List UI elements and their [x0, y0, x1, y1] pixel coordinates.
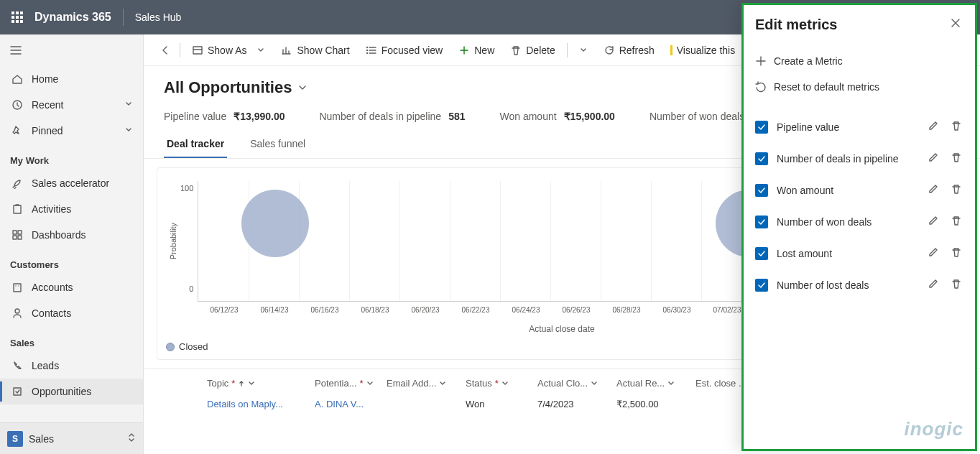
- edit-button[interactable]: [926, 182, 940, 199]
- delete-button[interactable]: [949, 277, 963, 294]
- show-as-button[interactable]: Show As: [185, 39, 272, 62]
- checkbox[interactable]: [755, 184, 768, 197]
- svg-rect-17: [193, 47, 202, 54]
- checkbox[interactable]: [755, 121, 768, 134]
- metric-item-deals-pipeline: Number of deals in pipeline: [755, 143, 963, 175]
- x-tick: 06/30/23: [652, 306, 702, 314]
- sidebar: Home Recent Pinned My Work Sales acceler…: [0, 34, 144, 454]
- nav-sales-accelerator[interactable]: Sales accelerator: [0, 170, 143, 196]
- nav-leads[interactable]: Leads: [0, 353, 143, 379]
- trash-icon: [951, 183, 962, 195]
- metric-value: ₹15,900.00: [564, 111, 615, 122]
- back-button[interactable]: [152, 39, 175, 62]
- col-email[interactable]: Email Add...: [387, 378, 466, 389]
- delete-button[interactable]: [949, 150, 963, 167]
- tab-sales-funnel[interactable]: Sales funnel: [247, 131, 308, 158]
- nav-dashboards[interactable]: Dashboards: [0, 222, 143, 248]
- view-icon: [192, 45, 203, 56]
- delete-dropdown[interactable]: [572, 39, 595, 62]
- cmd-label: Visualize this: [677, 45, 735, 56]
- checkbox[interactable]: [755, 247, 768, 260]
- nav-contacts[interactable]: Contacts: [0, 300, 143, 326]
- check-icon: [757, 281, 766, 289]
- chart-bubble[interactable]: [241, 190, 309, 257]
- edit-button[interactable]: [926, 119, 940, 136]
- sidebar-toggle[interactable]: [0, 34, 143, 66]
- svg-rect-11: [18, 236, 22, 239]
- nav-home[interactable]: Home: [0, 66, 143, 92]
- trash-icon: [951, 120, 962, 131]
- delete-button[interactable]: [949, 119, 963, 136]
- chevron-down-icon: [124, 100, 133, 108]
- delete-button[interactable]: [949, 182, 963, 199]
- legend-dot: [166, 343, 175, 351]
- refresh-icon: [604, 45, 615, 56]
- tab-deal-tracker[interactable]: Deal tracker: [164, 131, 227, 158]
- reset-metrics-button[interactable]: Reset to default metrics: [755, 74, 963, 100]
- check-icon: [757, 249, 766, 258]
- edit-button[interactable]: [926, 213, 940, 231]
- edit-button[interactable]: [926, 150, 940, 167]
- delete-button[interactable]: [949, 245, 963, 262]
- pencil-icon: [928, 278, 939, 289]
- metric-name: Won amount: [777, 185, 917, 196]
- trash-icon: [951, 215, 962, 226]
- col-status[interactable]: Status*: [466, 378, 537, 389]
- y-tick: 100: [180, 184, 193, 193]
- app-launcher[interactable]: [6, 6, 29, 29]
- chevron-down-icon: [366, 380, 374, 387]
- checkbox[interactable]: [755, 279, 768, 292]
- pencil-icon: [928, 215, 939, 226]
- checkbox[interactable]: [755, 216, 768, 228]
- focused-view-button[interactable]: Focused view: [359, 39, 450, 62]
- col-actual-rev[interactable]: Actual Re...: [616, 378, 695, 389]
- edit-button[interactable]: [926, 245, 940, 262]
- trash-icon: [951, 246, 962, 258]
- plus-icon: [755, 55, 767, 67]
- chevron-down-icon: [124, 126, 133, 134]
- col-actual-close[interactable]: Actual Clo...: [537, 378, 616, 389]
- view-title-button[interactable]: All Opportunities: [164, 78, 308, 97]
- metric-item-won-amount: Won amount: [755, 175, 963, 206]
- edit-metrics-panel: Edit metrics Create a Metric Reset to de…: [741, 3, 977, 451]
- nav-label: Pinned: [32, 125, 63, 136]
- pin-icon: [11, 125, 23, 136]
- show-chart-button[interactable]: Show Chart: [274, 39, 356, 62]
- chevron-down-icon: [667, 380, 675, 387]
- cmd-label: Show As: [208, 45, 246, 56]
- dashboard-icon: [11, 229, 23, 241]
- svg-point-21: [366, 47, 367, 47]
- delete-button[interactable]: [949, 213, 963, 231]
- checkbox[interactable]: [755, 152, 768, 165]
- area-switcher[interactable]: S Sales: [0, 422, 143, 454]
- svg-rect-10: [13, 236, 17, 239]
- section-mywork: My Work: [0, 144, 143, 170]
- create-metric-button[interactable]: Create a Metric: [755, 48, 963, 74]
- cmd-label: Refresh: [619, 45, 655, 56]
- back-icon: [160, 45, 168, 56]
- new-button[interactable]: New: [451, 39, 501, 62]
- svg-rect-7: [14, 205, 21, 213]
- refresh-button[interactable]: Refresh: [596, 39, 662, 62]
- nav-activities[interactable]: Activities: [0, 196, 143, 222]
- svg-rect-9: [18, 231, 22, 234]
- action-label: Create a Metric: [774, 55, 843, 67]
- visualize-button[interactable]: Visualize this: [663, 39, 742, 62]
- sort-asc-icon: [238, 380, 245, 387]
- col-topic[interactable]: Topic*: [207, 378, 315, 389]
- nav-recent[interactable]: Recent: [0, 92, 143, 118]
- chevron-down-icon: [297, 83, 308, 93]
- x-tick: 06/28/23: [601, 306, 652, 314]
- x-tick: 06/16/23: [300, 306, 350, 314]
- nav-pinned[interactable]: Pinned: [0, 118, 143, 144]
- close-button[interactable]: [948, 15, 963, 34]
- svg-rect-16: [14, 388, 21, 395]
- edit-button[interactable]: [926, 277, 940, 294]
- nav-accounts[interactable]: Accounts: [0, 274, 143, 300]
- nav-label: Activities: [32, 203, 71, 215]
- x-tick: 06/18/23: [350, 306, 400, 314]
- col-potential[interactable]: Potentia...*: [315, 378, 387, 389]
- delete-button[interactable]: Delete: [503, 39, 562, 62]
- plus-icon: [458, 45, 470, 56]
- nav-opportunities[interactable]: Opportunities: [0, 379, 143, 404]
